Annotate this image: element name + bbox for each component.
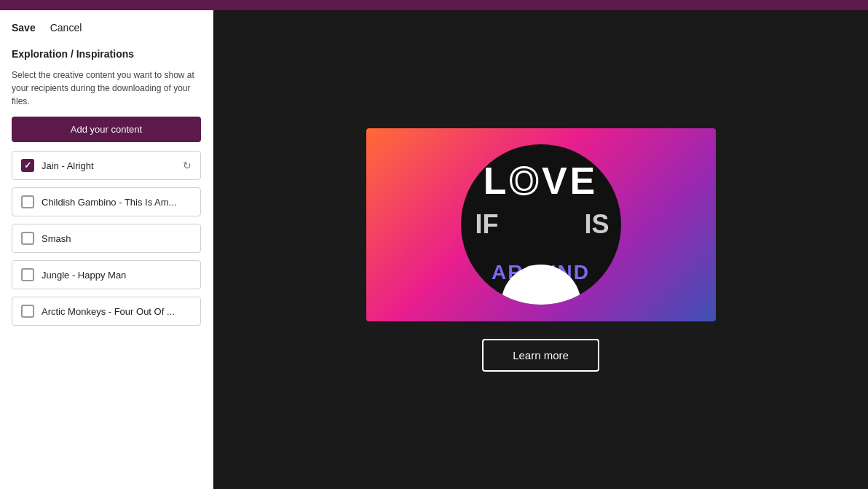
- refresh-icon[interactable]: ↻: [183, 160, 192, 171]
- preview-image-container: LOVE IF IS AROUND: [366, 128, 716, 321]
- item-label: Smash: [42, 233, 192, 244]
- preview-image: LOVE IF IS AROUND: [366, 128, 716, 321]
- save-button[interactable]: Save: [12, 22, 36, 34]
- main-layout: Save Cancel Exploration / Inspirations S…: [0, 10, 868, 489]
- love-text: LOVE: [484, 159, 599, 203]
- checkbox-item-1[interactable]: [21, 159, 34, 172]
- cancel-button[interactable]: Cancel: [50, 22, 82, 34]
- sidebar: Save Cancel Exploration / Inspirations S…: [0, 10, 213, 489]
- checkbox-item-4[interactable]: [21, 268, 34, 281]
- item-label: Jungle - Happy Man: [42, 270, 192, 281]
- list-item[interactable]: Jungle - Happy Man: [12, 260, 201, 289]
- vinyl-design: LOVE IF IS AROUND: [461, 144, 621, 305]
- add-content-button[interactable]: Add your content: [12, 117, 201, 142]
- list-item[interactable]: Arctic Monkeys - Four Out Of ...: [12, 297, 201, 326]
- list-item[interactable]: Childish Gambino - This Is Am...: [12, 187, 201, 216]
- checkbox-item-3[interactable]: [21, 232, 34, 245]
- item-label: Arctic Monkeys - Four Out Of ...: [42, 306, 192, 317]
- learn-more-button[interactable]: Learn more: [482, 339, 599, 372]
- item-label: Childish Gambino - This Is Am...: [42, 197, 192, 208]
- is-text: IS: [584, 209, 609, 240]
- if-text: IF: [476, 209, 499, 240]
- top-bar: [0, 0, 868, 10]
- checkbox-item-2[interactable]: [21, 195, 34, 208]
- preview-area: LOVE IF IS AROUND Learn more: [213, 10, 868, 489]
- item-label: Jain - Alright: [42, 160, 175, 171]
- sidebar-description: Select the creative content you want to …: [12, 69, 201, 108]
- sidebar-actions: Save Cancel: [12, 22, 201, 34]
- checkbox-item-5[interactable]: [21, 305, 34, 318]
- sidebar-title: Exploration / Inspirations: [12, 48, 201, 60]
- list-item[interactable]: Smash: [12, 224, 201, 253]
- list-item[interactable]: Jain - Alright ↻: [12, 151, 201, 180]
- content-list: Jain - Alright ↻ Childish Gambino - This…: [12, 151, 201, 326]
